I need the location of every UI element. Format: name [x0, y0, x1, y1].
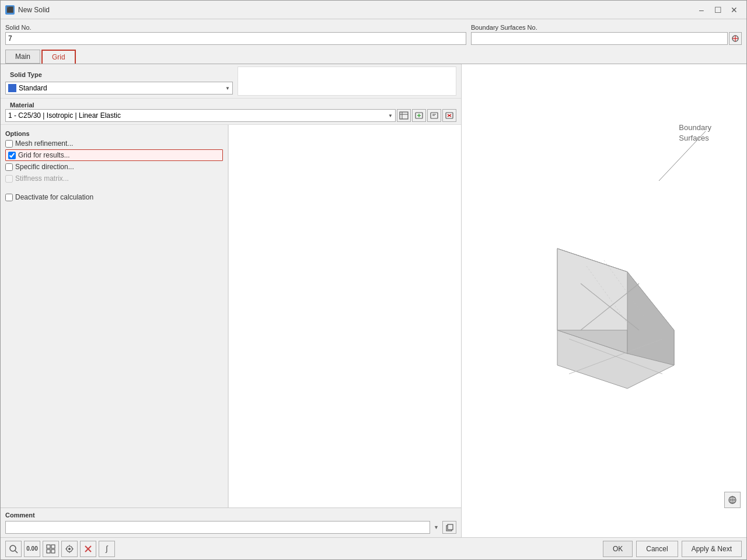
comment-copy-button[interactable] — [442, 521, 456, 534]
solid-type-inner: Standard — [8, 84, 47, 92]
top-row: Solid No. Boundary Surfaces No. — [1, 19, 746, 47]
solid-type-left: Solid Type Standard — [5, 66, 233, 96]
solid-type-color — [8, 84, 16, 92]
options-label: Options — [5, 128, 30, 139]
snap-icon — [65, 544, 74, 554]
options-left: Options Mesh refinement... Grid for resu… — [1, 125, 228, 508]
solid-no-input[interactable] — [5, 32, 466, 45]
boundary-pick-button[interactable] — [729, 32, 742, 45]
content-area: Solid Type Standard — [1, 64, 746, 537]
toolbar-snap-button[interactable] — [61, 541, 78, 557]
material-select[interactable]: 1 - C25/30 | Isotropic | Linear Elastic — [5, 109, 396, 122]
material-input-row: 1 - C25/30 | Isotropic | Linear Elastic — [5, 109, 456, 122]
material-section: Material 1 - C25/30 | Isotropic | Linear… — [1, 99, 461, 125]
deactivate-checkbox[interactable] — [5, 194, 13, 201]
tab-grid[interactable]: Grid — [41, 50, 76, 64]
solid-3d-view — [511, 214, 697, 412]
toolbar-left: 0.00 — [5, 541, 115, 557]
material-value: 1 - C25/30 | Isotropic | Linear Elastic — [8, 111, 121, 120]
toolbar-function-button[interactable]: ∫ — [99, 541, 115, 557]
material-add-button[interactable] — [412, 109, 426, 122]
boundary-input-row — [471, 32, 742, 45]
svg-point-40 — [68, 548, 71, 550]
material-edit-button[interactable] — [427, 109, 441, 122]
window-title: New Solid — [18, 6, 50, 14]
specific-direction-label[interactable]: Specific direction... — [15, 163, 74, 171]
specific-direction-checkbox[interactable] — [5, 163, 13, 171]
stiffness-matrix-checkbox[interactable] — [5, 175, 13, 183]
apply-next-button[interactable]: Apply & Next — [682, 541, 742, 557]
annotation-container: Boundary Surfaces — [679, 123, 711, 144]
add-material-icon — [415, 111, 423, 120]
delete-icon — [83, 544, 93, 554]
bottom-toolbar: 0.00 — [1, 537, 746, 559]
pick-icon — [731, 34, 739, 43]
solid-type-select[interactable]: Standard — [5, 82, 233, 94]
boundary-surfaces-annotation-text: Boundary Surfaces — [679, 123, 711, 144]
material-delete-button[interactable] — [442, 109, 456, 122]
grid-icon — [46, 544, 55, 554]
window-icon: ⬛ — [5, 5, 15, 15]
mesh-refinement-checkbox[interactable] — [5, 140, 13, 148]
close-button[interactable]: ✕ — [727, 4, 742, 16]
solid-no-group: Solid No. — [5, 24, 466, 45]
delete-material-icon — [445, 111, 453, 120]
cancel-button[interactable]: Cancel — [636, 541, 678, 557]
tab-main[interactable]: Main — [5, 50, 40, 64]
solid-type-label: Solid Type — [5, 66, 233, 80]
comment-input-row: ▼ — [5, 521, 456, 534]
library-icon — [399, 111, 409, 120]
grid-for-results-label[interactable]: Grid for results... — [18, 151, 70, 159]
solid-type-section: Solid Type Standard — [1, 64, 461, 99]
stiffness-matrix-label: Stiffness matrix... — [15, 174, 69, 183]
left-panel: Solid Type Standard — [1, 64, 462, 537]
stiffness-matrix-row: Stiffness matrix... — [5, 173, 223, 184]
title-bar: ⬛ New Solid – ☐ ✕ — [1, 1, 746, 19]
toolbar-right: OK Cancel Apply & Next — [603, 541, 742, 557]
specific-direction-row: Specific direction... — [5, 161, 223, 173]
options-right — [228, 125, 461, 508]
view-settings-button[interactable] — [724, 492, 741, 508]
ok-button[interactable]: OK — [603, 541, 633, 557]
svg-rect-35 — [47, 545, 50, 548]
options-area: Options Mesh refinement... Grid for resu… — [1, 125, 461, 508]
svg-rect-38 — [51, 550, 55, 553]
svg-point-33 — [10, 545, 16, 551]
material-dropdown-arrow — [388, 113, 393, 118]
main-window: ⬛ New Solid – ☐ ✕ Solid No. Boundary Sur… — [0, 0, 747, 560]
copy-icon — [445, 523, 453, 531]
material-library-button[interactable] — [397, 109, 411, 122]
toolbar-grid-button[interactable] — [43, 541, 59, 557]
search-icon — [9, 544, 18, 554]
boundary-surfaces-input[interactable] — [471, 32, 728, 45]
maximize-button[interactable]: ☐ — [710, 4, 725, 16]
svg-rect-16 — [448, 524, 453, 530]
boundary-surfaces-annotation: Boundary Surfaces — [679, 123, 711, 144]
solid-type-dropdown-arrow — [225, 85, 230, 91]
svg-line-34 — [15, 551, 18, 553]
mesh-refinement-label[interactable]: Mesh refinement... — [15, 139, 73, 148]
svg-marker-21 — [627, 272, 674, 365]
minimize-button[interactable]: – — [694, 4, 709, 16]
deactivate-row: Deactivate for calculation — [5, 191, 223, 203]
right-panel: Boundary Surfaces — [462, 64, 746, 537]
toolbar-search-button[interactable] — [5, 541, 22, 557]
toolbar-delete-button[interactable] — [80, 541, 96, 557]
edit-material-icon — [430, 111, 438, 120]
title-controls: – ☐ ✕ — [694, 4, 742, 16]
comment-section: Comment ▼ — [1, 508, 461, 537]
deactivate-label[interactable]: Deactivate for calculation — [15, 193, 93, 201]
tabs-row: Main Grid — [1, 47, 746, 64]
comment-dropdown-arrow: ▼ — [432, 524, 440, 530]
grid-for-results-checkbox[interactable] — [8, 152, 16, 159]
title-bar-left: ⬛ New Solid — [5, 5, 50, 15]
main-content: Solid No. Boundary Surfaces No. — [1, 19, 746, 537]
comment-label: Comment — [5, 512, 456, 521]
comment-input[interactable] — [5, 521, 430, 534]
toolbar-numeric-button[interactable]: 0.00 — [24, 541, 40, 557]
solid-type-select-row: Standard — [5, 82, 233, 94]
grid-for-results-row: Grid for results... — [5, 149, 223, 161]
solid-no-label: Solid No. — [5, 24, 466, 31]
svg-rect-37 — [47, 550, 50, 553]
view-settings-icon — [728, 495, 737, 505]
